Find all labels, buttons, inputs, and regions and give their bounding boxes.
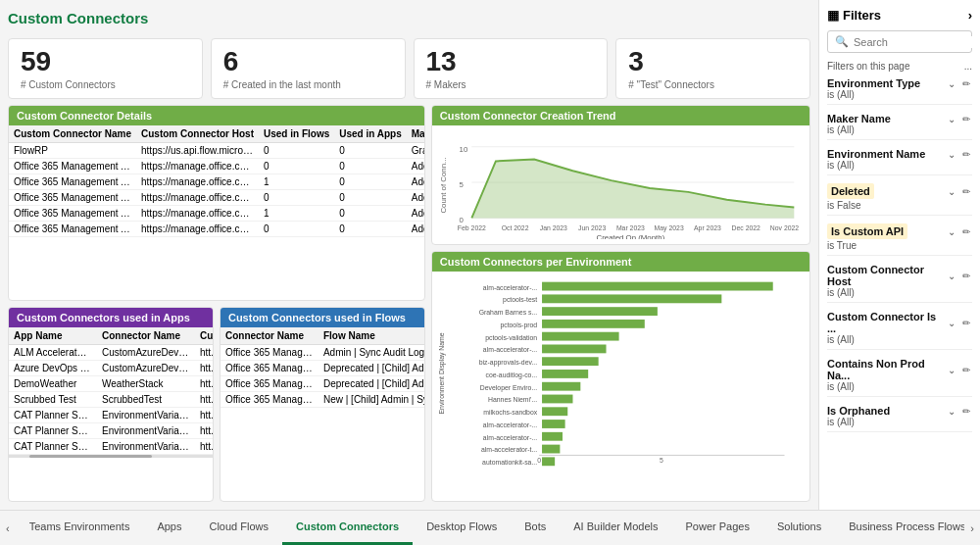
table-row: CAT Planner Sample AppEnvironmentVariabl… — [9, 422, 213, 438]
svg-rect-19 — [542, 282, 773, 291]
filters-expand-icon[interactable]: › — [968, 8, 972, 23]
filter-chevron-8[interactable]: ⌄ — [946, 406, 957, 417]
apps-col-connector: Connector Name — [97, 327, 195, 345]
col-host: Custom Connector Host — [136, 125, 259, 143]
filters-title: Filters — [843, 8, 881, 23]
svg-rect-25 — [542, 320, 645, 328]
page-title: Custom Connectors — [8, 8, 810, 32]
flows-col-flow: Flow Name — [318, 327, 424, 345]
svg-text:May 2023: May 2023 — [654, 224, 683, 232]
filter-chevron-0[interactable]: ⌄ — [946, 78, 957, 89]
filters-sidebar: ▦ Filters › 🔍 Filters on this page ... E… — [818, 0, 980, 510]
filter-name-8: Is Orphaned — [827, 405, 890, 417]
apps-cell-3-2: htt... — [195, 391, 213, 407]
filter-edit-3[interactable]: ✏ — [960, 186, 972, 197]
filter-chevron-1[interactable]: ⌄ — [946, 114, 957, 124]
filter-actions-0: ⌄ ✏ — [946, 78, 972, 89]
table-row: Office 365 Management API Newhttps://man… — [9, 205, 424, 221]
svg-rect-21 — [542, 294, 721, 303]
svg-text:Environment Display Name: Environment Display Name — [438, 332, 446, 414]
svg-text:alm-accelerator-...: alm-accelerator-... — [483, 421, 537, 428]
filters-header: ▦ Filters › — [827, 8, 972, 23]
svg-text:Developer Enviro...: Developer Enviro... — [480, 384, 537, 392]
table-row: ALM Accelerator for Power PlatformCustom… — [9, 344, 213, 360]
svg-rect-43 — [542, 432, 563, 441]
filter-actions-5: ⌄ ✏ — [946, 271, 972, 281]
bottom-nav: ‹ Teams EnvironmentsAppsCloud FlowsCusto… — [0, 510, 980, 545]
svg-text:Oct 2022: Oct 2022 — [501, 224, 528, 231]
filter-chevron-7[interactable]: ⌄ — [946, 365, 957, 375]
filter-name-4: Is Custom API — [827, 223, 907, 239]
kpi-card-0: 59# Custom Connectors — [8, 38, 203, 99]
svg-rect-35 — [542, 382, 580, 391]
filter-item-header-7: Contains Non Prod Na... ⌄ ✏ — [827, 358, 972, 381]
filter-actions-2: ⌄ ✏ — [946, 149, 972, 160]
filter-item-header-8: Is Orphaned ⌄ ✏ — [827, 405, 972, 417]
nav-item-custom-connectors[interactable]: Custom Connectors — [282, 511, 413, 545]
filter-value-1: is (All) — [827, 124, 972, 135]
nav-item-teams-environments[interactable]: Teams Environments — [16, 511, 144, 545]
per-env-chart: Custom Connectors per Environment Enviro… — [431, 251, 810, 502]
filter-value-5: is (All) — [827, 287, 972, 298]
connector-details-title: Custom Connector Details — [9, 106, 424, 125]
details-cell-2-3: 0 — [334, 173, 407, 189]
apps-cell-4-0: CAT Planner Sample App — [9, 407, 97, 422]
table-row: Office 365 Management API Newhttps://man… — [9, 221, 424, 236]
nav-item-power-pages[interactable]: Power Pages — [672, 511, 763, 545]
details-cell-0-2: 0 — [259, 142, 334, 158]
nav-item-cloud-flows[interactable]: Cloud Flows — [195, 511, 282, 545]
filter-chevron-2[interactable]: ⌄ — [946, 149, 957, 160]
main-content: Custom Connectors 59# Custom Connectors6… — [0, 0, 818, 510]
filter-chevron-5[interactable]: ⌄ — [946, 271, 957, 281]
apps-cell-1-1: CustomAzureDevOps — [97, 360, 195, 375]
filter-item-header-6: Custom Connector Is ... ⌄ ✏ — [827, 311, 972, 334]
filter-edit-1[interactable]: ✏ — [960, 114, 972, 124]
filter-icon: ▦ — [827, 8, 839, 23]
filter-chevron-4[interactable]: ⌄ — [946, 226, 957, 237]
kpi-card-1: 6# Created in the last month — [211, 38, 406, 99]
filter-chevron-6[interactable]: ⌄ — [946, 318, 957, 328]
nav-item-business-process-flows[interactable]: Business Process Flows — [835, 511, 964, 545]
nav-item-bots[interactable]: Bots — [511, 511, 560, 545]
nav-next-arrow[interactable]: › — [964, 511, 980, 545]
table-row: FlowRPhttps://us.api.flow.microsoft.c om… — [9, 142, 424, 158]
apps-cell-3-1: ScrubbedTest — [97, 391, 195, 407]
svg-text:Jun 2023: Jun 2023 — [578, 224, 606, 231]
details-cell-3-1: https://manage.office.com/api /v1.0 — [136, 189, 259, 205]
filter-edit-4[interactable]: ✏ — [960, 226, 972, 237]
filter-item-5: Custom Connector Host ⌄ ✏ is (All) — [827, 264, 972, 303]
details-cell-4-3: 0 — [334, 205, 407, 221]
filter-item-7: Contains Non Prod Na... ⌄ ✏ is (All) — [827, 358, 972, 397]
filter-chevron-3[interactable]: ⌄ — [946, 186, 957, 197]
filter-actions-1: ⌄ ✏ — [946, 114, 972, 124]
flows-table-title: Custom Connectors used in Flows — [220, 308, 424, 327]
filter-edit-5[interactable]: ✏ — [960, 271, 972, 281]
flows-cell-1-0: Office 365 Management API — [220, 360, 318, 375]
nav-prev-arrow[interactable]: ‹ — [0, 511, 16, 545]
filter-name-2: Environment Name — [827, 148, 925, 160]
filter-edit-8[interactable]: ✏ — [960, 406, 972, 417]
flows-cell-2-0: Office 365 Management API — [220, 375, 318, 391]
filter-edit-0[interactable]: ✏ — [960, 78, 972, 89]
filter-edit-6[interactable]: ✏ — [960, 318, 972, 328]
nav-item-solutions[interactable]: Solutions — [763, 511, 835, 545]
filter-edit-7[interactable]: ✏ — [960, 365, 972, 375]
svg-text:pctools-validation: pctools-validation — [485, 334, 537, 342]
details-cell-2-0: Office 365 Management API — [9, 173, 136, 189]
svg-text:5: 5 — [660, 457, 663, 464]
filters-more-btn[interactable]: ... — [964, 61, 972, 72]
details-cell-5-0: Office 365 Management API New — [9, 221, 136, 236]
filter-item-4: Is Custom API ⌄ ✏ is True — [827, 223, 972, 256]
filter-search-input[interactable] — [854, 36, 980, 48]
filter-edit-2[interactable]: ✏ — [960, 149, 972, 160]
svg-text:Count of Connector ID: Count of Connector ID — [587, 465, 663, 467]
nav-item-desktop-flows[interactable]: Desktop Flows — [413, 511, 511, 545]
filter-item-header-3: Deleted ⌄ ✏ — [827, 183, 972, 200]
svg-text:0: 0 — [459, 216, 464, 224]
nav-item-ai-builder-models[interactable]: AI Builder Models — [560, 511, 671, 545]
svg-text:Mar 2023: Mar 2023 — [616, 224, 645, 231]
apps-cell-5-0: CAT Planner Sample App — [9, 422, 97, 438]
filter-search-box[interactable]: 🔍 — [827, 30, 972, 53]
kpi-card-2: 13# Makers — [414, 38, 609, 99]
nav-item-apps[interactable]: Apps — [143, 511, 195, 545]
